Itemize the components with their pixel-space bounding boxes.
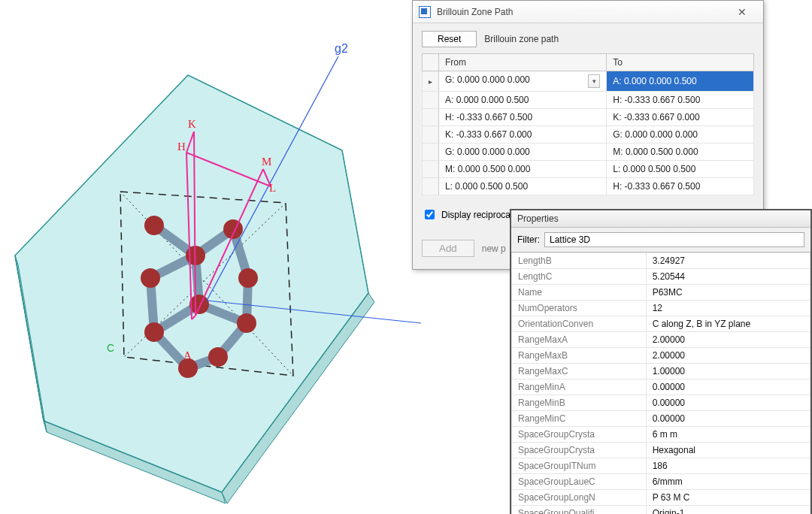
properties-panel[interactable]: Properties Filter: LengthB3.24927LengthC… <box>510 209 812 514</box>
filter-label: Filter: <box>517 234 540 245</box>
property-row[interactable]: LengthB3.24927 <box>512 253 810 269</box>
from-cell[interactable]: L: 0.000 0.500 0.500 <box>439 178 607 195</box>
properties-header[interactable]: Properties <box>511 210 810 228</box>
bz-row[interactable]: H: -0.333 0.667 0.500K: -0.333 0.667 0.0… <box>423 109 754 126</box>
bz-grid[interactable]: From To G: 0.000 0.000 0.000A: 0.000 0.0… <box>422 53 754 195</box>
property-key: SpaceGroupQualifi <box>512 506 647 515</box>
property-row[interactable]: RangeMinA0.00000 <box>512 379 810 395</box>
property-value[interactable]: Hexagonal <box>646 443 810 458</box>
property-row[interactable]: RangeMaxA2.00000 <box>512 332 810 348</box>
property-value[interactable]: C along Z, B in YZ plane <box>646 316 810 332</box>
viewport-3d[interactable]: g2 K H M L A C <box>0 0 421 514</box>
from-cell[interactable]: M: 0.000 0.500 0.000 <box>439 161 607 178</box>
property-value[interactable]: 0.00000 <box>646 411 810 427</box>
property-value[interactable]: 0.00000 <box>646 379 810 395</box>
property-key: OrientationConven <box>512 316 647 332</box>
col-to[interactable]: To <box>607 54 754 71</box>
property-row[interactable]: SpaceGroupLongNP 63 M C <box>512 490 810 506</box>
property-row[interactable]: SpaceGroupQualifiOrigin-1 <box>512 506 810 515</box>
to-cell[interactable]: A: 0.000 0.000 0.500 <box>607 71 754 92</box>
property-key: SpaceGroupLaueC <box>512 474 647 490</box>
property-value[interactable]: 2.00000 <box>646 332 810 348</box>
property-row[interactable]: SpaceGroupITNum186 <box>512 458 810 474</box>
property-value[interactable]: 5.20544 <box>646 269 810 285</box>
property-value[interactable]: 6 m m <box>646 427 810 443</box>
property-value[interactable]: 3.24927 <box>646 253 810 269</box>
to-cell[interactable]: H: -0.333 0.667 0.500 <box>607 178 754 195</box>
property-key: SpaceGroupCrysta <box>512 427 647 443</box>
property-key: SpaceGroupLongN <box>512 490 647 506</box>
row-header[interactable] <box>423 71 439 92</box>
axis-c-label: C <box>107 342 114 354</box>
close-icon[interactable]: ✕ <box>727 6 757 18</box>
row-header[interactable] <box>423 144 439 161</box>
bz-title: Brillouin Zone Path <box>437 7 721 17</box>
property-key: NumOperators <box>512 301 647 316</box>
property-key: RangeMinA <box>512 379 647 395</box>
bz-row[interactable]: M: 0.000 0.500 0.000L: 0.000 0.500 0.500 <box>423 161 754 178</box>
filter-input[interactable] <box>544 232 804 247</box>
properties-grid[interactable]: LengthB3.24927LengthC5.20544NameP63MCNum… <box>511 252 810 514</box>
property-row[interactable]: RangeMinB0.00000 <box>512 395 810 411</box>
row-header[interactable] <box>423 109 439 126</box>
row-header[interactable] <box>423 161 439 178</box>
property-row[interactable]: RangeMinC0.00000 <box>512 411 810 427</box>
g2-label: g2 <box>335 42 348 55</box>
to-cell[interactable]: K: -0.333 0.667 0.000 <box>607 109 754 126</box>
property-value[interactable]: Origin-1 <box>646 506 810 515</box>
to-cell[interactable]: L: 0.000 0.500 0.500 <box>607 161 754 178</box>
from-cell[interactable]: G: 0.000 0.000 0.000 <box>439 144 607 161</box>
property-value[interactable]: 0.00000 <box>646 395 810 411</box>
property-value[interactable]: 6/mmm <box>646 474 810 490</box>
property-row[interactable]: NameP63MC <box>512 285 810 301</box>
property-row[interactable]: SpaceGroupCrystaHexagonal <box>512 443 810 458</box>
from-cell[interactable]: K: -0.333 0.667 0.000 <box>439 126 607 144</box>
row-header[interactable] <box>423 92 439 109</box>
to-cell[interactable]: H: -0.333 0.667 0.500 <box>607 92 754 109</box>
property-row[interactable]: NumOperators12 <box>512 301 810 316</box>
property-row[interactable]: SpaceGroupLaueC6/mmm <box>512 474 810 490</box>
property-row[interactable]: OrientationConvenC along Z, B in YZ plan… <box>512 316 810 332</box>
to-cell[interactable]: M: 0.000 0.500 0.000 <box>607 144 754 161</box>
bz-row[interactable]: K: -0.333 0.667 0.000G: 0.000 0.000 0.00… <box>423 126 754 144</box>
property-value[interactable]: 2.00000 <box>646 348 810 364</box>
new-point-label: new p <box>482 243 506 254</box>
bz-row[interactable]: A: 0.000 0.000 0.500H: -0.333 0.667 0.50… <box>423 92 754 109</box>
bz-titlebar[interactable]: Brillouin Zone Path ✕ <box>413 1 763 23</box>
property-key: RangeMinC <box>512 411 647 427</box>
property-row[interactable]: RangeMaxB2.00000 <box>512 348 810 364</box>
property-row[interactable]: RangeMaxC1.00000 <box>512 364 810 379</box>
bz-row[interactable]: G: 0.000 0.000 0.000M: 0.000 0.500 0.000 <box>423 144 754 161</box>
col-from[interactable]: From <box>439 54 607 71</box>
chevron-down-icon[interactable] <box>588 74 600 88</box>
from-cell[interactable]: G: 0.000 0.000 0.000 <box>439 71 607 92</box>
property-row[interactable]: LengthC5.20544 <box>512 269 810 285</box>
property-row[interactable]: SpaceGroupCrysta6 m m <box>512 427 810 443</box>
property-value[interactable]: P63MC <box>646 285 810 301</box>
to-cell[interactable]: G: 0.000 0.000 0.000 <box>607 126 754 144</box>
svg-point-21 <box>144 216 164 235</box>
from-cell[interactable]: A: 0.000 0.000 0.500 <box>439 92 607 109</box>
property-value[interactable]: P 63 M C <box>646 490 810 506</box>
row-header[interactable] <box>423 126 439 144</box>
property-key: RangeMaxA <box>512 332 647 348</box>
bz-tool-label: Brillouin zone path <box>484 34 559 44</box>
bz-row[interactable]: G: 0.000 0.000 0.000A: 0.000 0.000 0.500 <box>423 71 754 92</box>
bz-row[interactable]: L: 0.000 0.500 0.500H: -0.333 0.667 0.50… <box>423 178 754 195</box>
reset-button[interactable]: Reset <box>422 31 477 47</box>
row-header[interactable] <box>423 178 439 195</box>
property-value[interactable]: 186 <box>646 458 810 474</box>
svg-text:L: L <box>269 182 276 194</box>
svg-point-27 <box>144 322 164 342</box>
display-reciprocal-checkbox[interactable] <box>425 210 435 219</box>
svg-point-30 <box>208 347 228 367</box>
svg-point-24 <box>141 268 160 288</box>
property-value[interactable]: 12 <box>646 301 810 316</box>
property-value[interactable]: 1.00000 <box>646 364 810 379</box>
svg-text:M: M <box>262 156 271 168</box>
add-button[interactable]: Add <box>422 240 474 257</box>
svg-point-28 <box>237 313 256 333</box>
property-key: RangeMaxB <box>512 348 647 364</box>
property-key: LengthB <box>512 253 647 269</box>
from-cell[interactable]: H: -0.333 0.667 0.500 <box>439 109 607 126</box>
